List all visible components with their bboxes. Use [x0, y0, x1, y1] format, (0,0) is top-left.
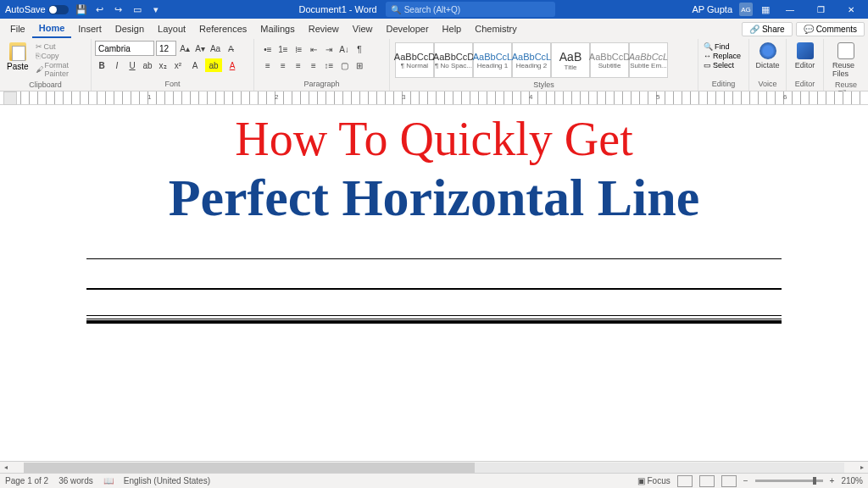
clear-format-icon[interactable]: A̶ — [224, 42, 237, 55]
share-button[interactable]: 🔗Share — [742, 22, 793, 36]
justify-button[interactable]: ≡ — [307, 58, 320, 72]
dictate-button[interactable]: Dictate — [753, 41, 782, 71]
qat-dropdown-icon[interactable]: ▾ — [150, 3, 162, 15]
zoom-in-button[interactable]: + — [830, 476, 835, 485]
style-heading2[interactable]: AaBbCcLHeading 2 — [512, 42, 551, 78]
focus-mode-button[interactable]: ▣ Focus — [637, 476, 670, 485]
align-center-button[interactable]: ≡ — [276, 58, 290, 72]
menu-mailings[interactable]: Mailings — [253, 20, 301, 37]
menu-design[interactable]: Design — [108, 20, 151, 37]
strikethrough-button[interactable]: ab — [141, 58, 154, 72]
sort-button[interactable]: A↓ — [337, 42, 351, 56]
change-case-icon[interactable]: Aa — [209, 42, 222, 55]
scroll-thumb[interactable] — [24, 463, 475, 473]
view-print-button[interactable] — [699, 475, 715, 487]
menu-review[interactable]: Review — [302, 20, 346, 37]
editor-button[interactable]: Editor — [790, 41, 820, 71]
paste-button[interactable]: Paste — [3, 41, 32, 73]
font-size-select[interactable] — [156, 41, 176, 56]
undo-icon[interactable]: ↩ — [94, 3, 106, 15]
maximize-button[interactable]: ❐ — [809, 0, 832, 19]
highlight-button[interactable]: ab — [205, 58, 222, 72]
style-normal[interactable]: AaBbCcD¶ Normal — [395, 42, 434, 78]
menu-view[interactable]: View — [346, 20, 380, 37]
borders-button[interactable]: ⊞ — [353, 58, 366, 72]
style-nospacing[interactable]: AaBbCcD¶ No Spac... — [434, 42, 473, 78]
view-web-button[interactable] — [721, 475, 737, 487]
ribbon: Paste ✂Cut ⎘Copy 🖌Format Painter Clipboa… — [0, 39, 868, 92]
style-subtitle[interactable]: AaBbCcDSubtitle — [590, 42, 629, 78]
comments-button[interactable]: 💬Comments — [796, 22, 865, 36]
scroll-track[interactable] — [24, 463, 844, 473]
ribbon-options-icon[interactable]: ▦ — [760, 3, 771, 15]
italic-button[interactable]: I — [110, 58, 124, 72]
paste-label: Paste — [7, 62, 29, 71]
horizontal-line-thin[interactable] — [86, 258, 782, 259]
horizontal-scrollbar[interactable]: ◂ ▸ — [0, 461, 868, 473]
increase-indent-button[interactable]: ⇥ — [322, 42, 336, 56]
document-heading-blue[interactable]: Perfect Horizontal Line — [169, 168, 700, 228]
menu-home[interactable]: Home — [32, 19, 72, 38]
style-heading1[interactable]: AaBbCcLHeading 1 — [473, 42, 512, 78]
reuse-files-button[interactable]: Reuse Files — [827, 41, 865, 80]
document-heading-red[interactable]: How To Quickly Get — [235, 112, 632, 166]
menu-help[interactable]: Help — [436, 20, 469, 37]
status-language[interactable]: English (United States) — [124, 476, 210, 485]
menu-insert[interactable]: Insert — [71, 20, 108, 37]
user-avatar[interactable]: AG — [739, 3, 753, 16]
decrease-indent-button[interactable]: ⇤ — [307, 42, 320, 56]
style-title[interactable]: AaBTitle — [551, 42, 590, 78]
zoom-out-button[interactable]: − — [743, 476, 748, 485]
line-spacing-button[interactable]: ↕≡ — [322, 58, 336, 72]
horizontal-line-triple[interactable] — [86, 319, 782, 324]
bullets-button[interactable]: •≡ — [261, 42, 275, 56]
replace-button[interactable]: ↔Replace — [704, 52, 741, 60]
zoom-slider[interactable] — [755, 480, 823, 482]
save-icon[interactable]: 💾 — [75, 3, 87, 15]
menu-developer[interactable]: Developer — [379, 20, 435, 37]
copy-button[interactable]: ⎘Copy — [36, 52, 86, 60]
zoom-level[interactable]: 210% — [841, 476, 863, 485]
style-subtle-em[interactable]: AaBbCcLSubtle Em... — [629, 42, 668, 78]
cut-button[interactable]: ✂Cut — [36, 42, 86, 51]
menu-file[interactable]: File — [3, 20, 32, 37]
align-left-button[interactable]: ≡ — [261, 58, 275, 72]
minimize-button[interactable]: — — [778, 0, 802, 19]
status-page[interactable]: Page 1 of 2 — [5, 476, 48, 485]
bold-button[interactable]: B — [95, 58, 108, 72]
menu-references[interactable]: References — [192, 20, 253, 37]
horizontal-line-thick[interactable] — [86, 288, 782, 290]
scroll-left-icon[interactable]: ◂ — [0, 462, 12, 474]
format-painter-button[interactable]: 🖌Format Painter — [36, 61, 86, 78]
view-read-button[interactable] — [677, 475, 693, 487]
horizontal-ruler[interactable]: 1 2 3 4 5 6 — [0, 92, 868, 105]
increase-font-icon[interactable]: A▴ — [178, 42, 192, 55]
status-spellcheck-icon[interactable]: 📖 — [103, 476, 114, 485]
menu-chemistry[interactable]: Chemistry — [468, 20, 524, 37]
redo-icon[interactable]: ↪ — [113, 3, 125, 15]
clipboard-group-label: Clipboard — [3, 80, 87, 90]
font-name-select[interactable] — [95, 41, 154, 56]
numbering-button[interactable]: 1≡ — [276, 42, 290, 56]
menu-layout[interactable]: Layout — [151, 20, 192, 37]
underline-button[interactable]: U — [125, 58, 139, 72]
show-marks-button[interactable]: ¶ — [353, 42, 366, 56]
document-canvas[interactable]: How To Quickly Get Perfect Horizontal Li… — [0, 105, 868, 461]
align-right-button[interactable]: ≡ — [292, 58, 305, 72]
font-color-button[interactable]: A — [224, 58, 241, 72]
select-button[interactable]: ▭Select — [704, 61, 741, 69]
search-input[interactable]: 🔍 Search (Alt+Q) — [386, 2, 555, 17]
status-words[interactable]: 36 words — [58, 476, 93, 485]
multilevel-button[interactable]: ⁞≡ — [292, 42, 305, 56]
qat-icon-1[interactable]: ▭ — [131, 3, 143, 15]
text-effects-button[interactable]: A — [186, 58, 203, 72]
styles-gallery[interactable]: AaBbCcD¶ Normal AaBbCcD¶ No Spac... AaBb… — [393, 41, 694, 80]
autosave-toggle[interactable]: AutoSave — [5, 4, 69, 14]
scroll-right-icon[interactable]: ▸ — [856, 462, 868, 474]
close-button[interactable]: ✕ — [839, 0, 863, 19]
subscript-button[interactable]: x₂ — [156, 58, 170, 72]
shading-button[interactable]: ▢ — [337, 58, 351, 72]
superscript-button[interactable]: x² — [171, 58, 185, 72]
decrease-font-icon[interactable]: A▾ — [193, 42, 207, 55]
find-button[interactable]: 🔍Find — [704, 42, 741, 51]
